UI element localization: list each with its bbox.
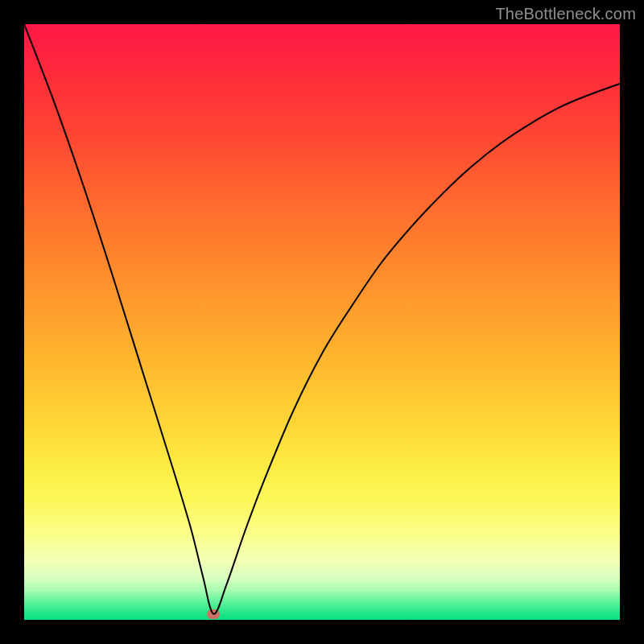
watermark-text: TheBottleneck.com (495, 5, 636, 23)
chart-frame: TheBottleneck.com (0, 0, 644, 644)
bottleneck-curve (24, 24, 620, 620)
chart-plot-area (24, 24, 620, 620)
minimum-marker (207, 609, 220, 619)
